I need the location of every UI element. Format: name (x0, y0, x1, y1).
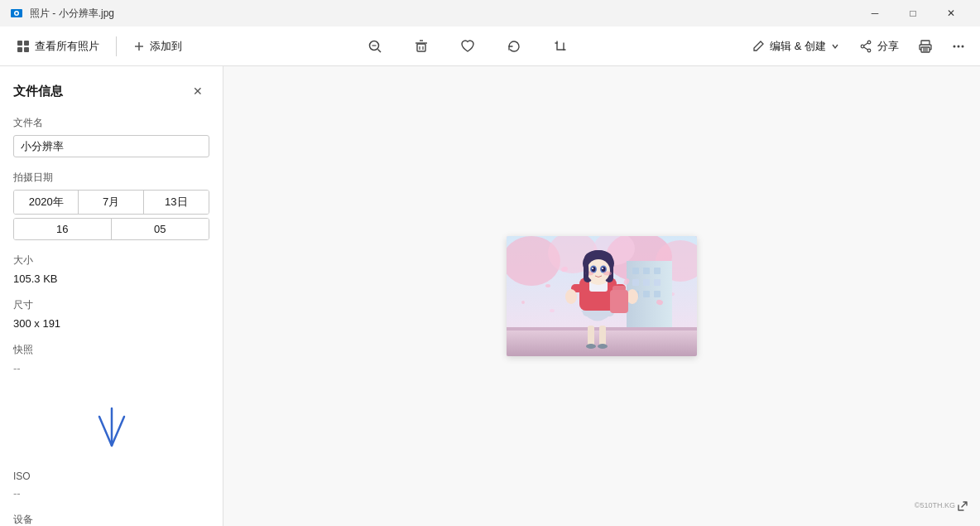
chevron-down-icon (831, 42, 839, 51)
photo-frame (507, 236, 697, 356)
crop-icon (553, 39, 568, 54)
svg-rect-45 (654, 279, 661, 286)
image-viewer[interactable]: ©510TH.KG (223, 66, 980, 526)
toolbar: 查看所有照片 添加到 (0, 27, 980, 66)
dimension-label: 尺寸 (13, 298, 209, 312)
delete-icon (414, 39, 429, 54)
size-section: 大小 105.3 KB (13, 253, 209, 285)
print-button[interactable] (910, 31, 940, 61)
titlebar: 照片 - 小分辨率.jpg ─ □ ✕ (0, 0, 980, 27)
date-label: 拍摄日期 (13, 171, 209, 185)
share-icon (859, 40, 872, 53)
svg-point-38 (521, 301, 525, 304)
maximize-button[interactable]: □ (894, 0, 932, 27)
svg-rect-63 (610, 290, 628, 313)
time-hour[interactable]: 16 (14, 219, 112, 239)
date-section: 拍摄日期 2020年 7月 13日 16 05 (13, 171, 209, 240)
svg-rect-43 (632, 279, 639, 286)
device-label: 设备 (13, 513, 209, 526)
signature-area (13, 388, 209, 471)
svg-rect-51 (588, 326, 594, 346)
svg-point-26 (954, 45, 956, 47)
print-icon (918, 39, 933, 54)
more-icon (951, 39, 966, 54)
window-controls: ─ □ ✕ (856, 0, 970, 27)
date-day[interactable]: 13日 (144, 191, 209, 214)
svg-rect-23 (921, 47, 930, 52)
add-to-button[interactable]: 添加到 (123, 34, 192, 59)
edit-icon (752, 40, 765, 53)
svg-rect-52 (599, 326, 606, 346)
svg-point-81 (550, 309, 555, 312)
watermark: ©510TH.KG (915, 501, 955, 509)
filename-label: 文件名 (13, 116, 209, 130)
close-button[interactable]: ✕ (932, 0, 970, 27)
shutter-label: 快照 (13, 343, 209, 357)
svg-line-10 (378, 49, 382, 52)
svg-rect-42 (654, 268, 661, 274)
svg-rect-64 (612, 286, 626, 292)
svg-point-73 (592, 267, 596, 272)
svg-point-53 (586, 344, 596, 349)
photos-icon (17, 40, 30, 53)
edit-create-label: 编辑 & 创建 (770, 39, 826, 54)
svg-rect-4 (24, 41, 29, 46)
svg-rect-12 (417, 44, 425, 51)
svg-point-76 (602, 268, 603, 269)
svg-point-74 (602, 267, 606, 272)
size-label: 大小 (13, 253, 209, 268)
panel-close-button[interactable]: ✕ (186, 80, 209, 103)
photo-illustration (507, 236, 697, 356)
share-button[interactable]: 分享 (851, 34, 907, 59)
date-month[interactable]: 7月 (79, 191, 143, 214)
iso-label: ISO (13, 471, 209, 482)
panel-title: 文件信息 (13, 84, 63, 99)
shutter-value: -- (13, 362, 209, 374)
file-info-panel: 文件信息 ✕ 文件名 拍摄日期 2020年 7月 13日 16 05 大小 10… (0, 66, 223, 526)
svg-point-27 (958, 45, 960, 47)
photo-container (507, 236, 697, 356)
app-icon (10, 7, 23, 20)
minimize-button[interactable]: ─ (856, 0, 894, 27)
filename-section: 文件名 (13, 116, 209, 157)
svg-rect-41 (643, 268, 650, 274)
iso-value: -- (13, 487, 209, 499)
svg-point-61 (565, 289, 577, 304)
size-value: 105.3 KB (13, 273, 209, 285)
device-section: 设备 -- (13, 513, 209, 526)
rotate-icon (507, 39, 521, 54)
view-all-photos-button[interactable]: 查看所有照片 (7, 34, 109, 59)
svg-point-54 (598, 344, 608, 349)
share-label: 分享 (877, 39, 899, 54)
favorite-button[interactable] (453, 31, 483, 61)
svg-point-70 (587, 259, 610, 282)
svg-point-2 (16, 12, 18, 15)
main-content: 文件信息 ✕ 文件名 拍摄日期 2020年 7月 13日 16 05 大小 10… (0, 66, 980, 526)
time-grid: 16 05 (13, 218, 209, 240)
svg-point-75 (592, 268, 593, 269)
svg-rect-22 (921, 41, 930, 45)
iso-section: ISO -- (13, 471, 209, 499)
edit-create-button[interactable]: 编辑 & 创建 (743, 34, 848, 59)
delete-button[interactable] (406, 31, 436, 61)
svg-rect-47 (643, 291, 650, 297)
filename-input[interactable] (13, 135, 209, 157)
more-options-button[interactable] (944, 31, 973, 61)
expand-icon[interactable] (957, 500, 968, 514)
date-grid: 2020年 7月 13日 (13, 190, 209, 215)
crop-button[interactable] (545, 31, 575, 61)
svg-point-28 (962, 45, 964, 47)
add-to-label: 添加到 (150, 39, 182, 54)
rotate-button[interactable] (499, 31, 529, 61)
add-icon (133, 41, 145, 52)
dimension-section: 尺寸 300 x 191 (13, 298, 209, 330)
svg-rect-48 (654, 291, 661, 297)
zoom-button[interactable] (360, 31, 390, 61)
heart-icon (460, 39, 475, 54)
date-year[interactable]: 2020年 (14, 191, 79, 214)
svg-point-18 (867, 49, 871, 52)
svg-rect-3 (17, 41, 22, 46)
svg-point-35 (545, 284, 550, 287)
time-minute[interactable]: 05 (112, 219, 209, 239)
svg-point-19 (861, 45, 864, 48)
